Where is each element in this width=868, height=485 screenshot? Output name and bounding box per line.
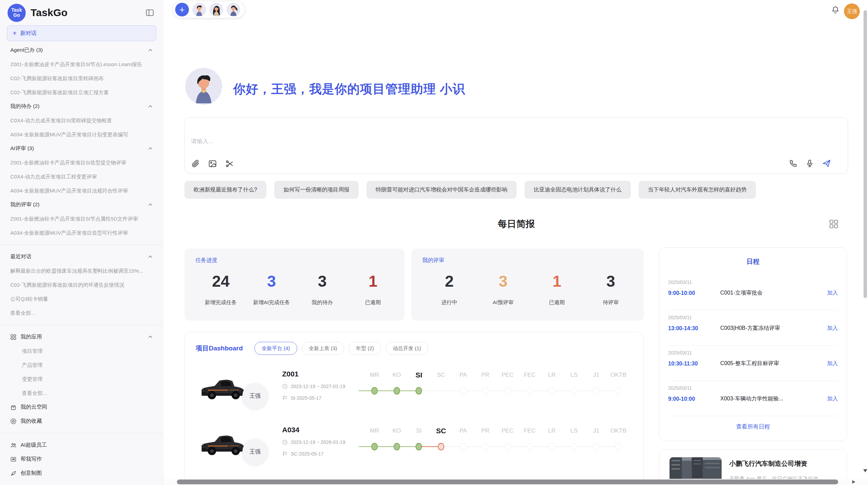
- project-date-range: 2023-12-19 ~ 2026-01-19: [291, 439, 345, 445]
- filter-pill[interactable]: 全新上装 (3): [302, 342, 345, 355]
- sidebar-collapse-icon[interactable]: [146, 9, 154, 16]
- filter-pill[interactable]: 年型 (2): [349, 342, 381, 355]
- milestone-label: FEC: [519, 369, 541, 381]
- schedule-items: 2025/03/119:00-10:00C001-立项审批会加入2025/03/…: [668, 275, 838, 416]
- recent-chat-item[interactable]: 解释最新出台的欧盟报废车法规再生塑料比例被调至15%...: [0, 264, 163, 278]
- stat: 1已逾期: [530, 271, 584, 306]
- scissors-icon[interactable]: [225, 159, 234, 168]
- chat-input[interactable]: [191, 123, 839, 152]
- app-item[interactable]: 产品管理: [0, 358, 163, 372]
- app-item[interactable]: 变更管理: [0, 372, 163, 386]
- app-logo-line1: Task: [11, 8, 22, 13]
- milestone-dot: [504, 443, 511, 450]
- stat-value: 1: [530, 271, 584, 291]
- daily-briefing-title: 每日简报: [184, 218, 848, 230]
- app-item[interactable]: 项目管理: [0, 344, 163, 358]
- member-avatar-3[interactable]: [227, 3, 240, 16]
- recent-chat-item[interactable]: 公司Q3轻卡销量: [0, 292, 163, 306]
- member-avatar-1[interactable]: [192, 3, 206, 16]
- milestone-label: SI: [408, 425, 430, 437]
- sidebar-tool-feather[interactable]: 创意制图: [0, 466, 163, 480]
- suggestion-chip[interactable]: 比亚迪全固态电池计划具体说了什么: [525, 181, 631, 199]
- milestone-dot: [438, 443, 444, 450]
- project-dashboard-card: 项目Dashboard 全新平台 (4)全新上装 (3)年型 (2)动总开发 (…: [184, 332, 644, 485]
- sidebar-item[interactable]: Z001-全新燃油皮卡产品开发项目SI节点Lesson Learn报告: [0, 57, 163, 71]
- view-all-schedule-link[interactable]: 查看所有日程: [659, 423, 847, 431]
- schedule-date: 2025/03/11: [668, 350, 692, 356]
- send-icon[interactable]: [822, 159, 831, 168]
- my-reviews-card: 我的评审2进行中3AI预评审1已逾期3待评审: [411, 249, 644, 321]
- join-meeting-link[interactable]: 加入: [827, 289, 838, 297]
- scroll-right-arrow[interactable]: [852, 480, 855, 484]
- stat-value: 3: [584, 271, 638, 291]
- join-meeting-link[interactable]: 加入: [827, 325, 838, 332]
- user-avatar[interactable]: 王强: [844, 3, 860, 19]
- filter-pill[interactable]: 动总开发 (1): [386, 342, 429, 355]
- sidebar-link-box[interactable]: 我的云空间: [0, 400, 163, 414]
- recent-chats-header[interactable]: 最近对话: [0, 250, 163, 264]
- schedule-item: 2025/03/119:00-10:00X003-车辆动力学性能验...加入: [668, 381, 838, 416]
- sidebar-item[interactable]: Z001-全新燃油轻卡产品开发项目SI节点属性5D文件评审: [0, 212, 163, 226]
- suggestion-chip[interactable]: 特朗普可能对进口汽车增税会对中国车企造成哪些影响: [366, 181, 517, 199]
- phone-icon[interactable]: [789, 159, 798, 168]
- milestone-label: PR: [474, 425, 496, 437]
- sidebar-item[interactable]: C0X4-动力总成开发项目工程变更评审: [0, 170, 163, 184]
- suggestion-chip[interactable]: 如何写一份清晰的项目周报: [274, 181, 359, 199]
- notification-bell-icon[interactable]: [831, 5, 840, 16]
- project-row[interactable]: 王强Z0012023-12-19 ~ 2027-01-19SI-2025-05-…: [185, 369, 644, 425]
- schedule-item-main: 9:00-10:00C001-立项审批会加入: [668, 289, 838, 297]
- sidebar-item[interactable]: C0X4-动力总成开发项目SI里程碑提交物检查: [0, 113, 163, 127]
- sidebar-section-header[interactable]: 我的评审 (2): [0, 198, 163, 212]
- scroll-down-arrow[interactable]: [863, 469, 867, 472]
- sidebar-section-header[interactable]: 我的待办 (2): [0, 99, 163, 113]
- sidebar-item[interactable]: A034-全新新能源MUV产品开发项目法规符合性评审: [0, 184, 163, 198]
- add-member-button[interactable]: +: [175, 3, 189, 16]
- new-chat-button[interactable]: + 新对话: [7, 25, 156, 41]
- recent-chat-item[interactable]: 查看全部...: [0, 306, 163, 320]
- sidebar-link-star[interactable]: 我的收藏: [0, 414, 163, 428]
- sidebar-tool-people[interactable]: AI超级员工: [0, 438, 163, 452]
- my-apps-header[interactable]: 我的应用: [0, 330, 163, 344]
- sidebar-tools: AI超级员工帮我写作创意制图: [0, 438, 163, 480]
- milestone-MR: MR: [363, 425, 386, 459]
- join-meeting-link[interactable]: 加入: [827, 395, 838, 402]
- suggestion-chip[interactable]: 欧洲新规最近颁布了什么?: [184, 181, 266, 199]
- milestone-label: J1: [585, 425, 607, 437]
- project-milestone-date: SC-2025-05-17: [291, 451, 324, 457]
- sidebar-section-header[interactable]: Agent已办 (3): [0, 43, 163, 57]
- filter-pill[interactable]: 全新平台 (4): [254, 342, 297, 355]
- sidebar-item[interactable]: A034-全新新能源MUV产品开发项目计划变更表编写: [0, 127, 163, 141]
- sidebar-tool-write[interactable]: 帮我写作: [0, 452, 163, 466]
- star-icon: [10, 418, 16, 424]
- stat-label: 新增AI完成任务: [246, 299, 297, 306]
- sidebar-item[interactable]: A034-全新新能源MUV产品开发项目造型可行性评审: [0, 226, 163, 240]
- stat-label: AI预评审: [476, 299, 530, 306]
- milestone-dot: [371, 443, 378, 450]
- sidebar-item[interactable]: Z001-全新燃油轻卡产品开发项目SI造型提交物评审: [0, 156, 163, 170]
- stat-value: 3: [476, 271, 530, 291]
- briefing-layout-icon[interactable]: [829, 219, 839, 230]
- microphone-icon[interactable]: [805, 159, 814, 168]
- horizontal-scrollbar-thumb[interactable]: [177, 480, 838, 484]
- vertical-scrollbar-thumb[interactable]: [864, 10, 867, 298]
- milestone-dot: [548, 387, 555, 395]
- schedule-item: 2025/03/1113:00-14:30C003|H0B-方案冻结评审加入: [668, 310, 838, 346]
- stat: 3待评审: [584, 271, 638, 306]
- sidebar-item[interactable]: C02-飞腾新能源轻客改款项目里程碑画布: [0, 71, 163, 85]
- write-icon: [10, 456, 16, 462]
- sidebar-section-header[interactable]: AI评审 (3): [0, 141, 163, 156]
- dashboard-filters: 全新平台 (4)全新上装 (3)年型 (2)动总开发 (1): [254, 342, 428, 355]
- project-row[interactable]: 王强A0342023-12-19 ~ 2026-01-19SC-2025-05-…: [185, 425, 644, 481]
- chevron-up-icon: [148, 203, 153, 206]
- sidebar-item[interactable]: C02-飞腾新能源轻客改款项目立项汇报方案: [0, 85, 163, 99]
- schedule-time: 13:00-14:30: [668, 325, 720, 332]
- sidebar-tool-label: AI超级员工: [21, 442, 47, 449]
- join-meeting-link[interactable]: 加入: [827, 360, 838, 367]
- image-icon[interactable]: [208, 159, 217, 168]
- app-item[interactable]: 查看全部...: [0, 386, 163, 400]
- clock-icon: [282, 384, 288, 389]
- suggestion-chip[interactable]: 当下年轻人对汽车外观有怎样的喜好趋势: [639, 181, 756, 199]
- recent-chat-item[interactable]: C02-飞腾新能源轻客改款项目的闭环通告反馈情况: [0, 278, 163, 292]
- member-avatar-2[interactable]: [209, 3, 223, 16]
- attachment-icon[interactable]: [191, 159, 200, 168]
